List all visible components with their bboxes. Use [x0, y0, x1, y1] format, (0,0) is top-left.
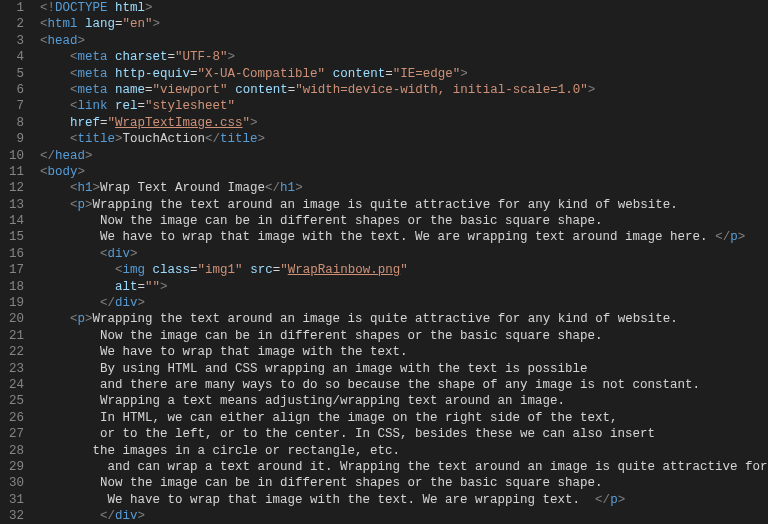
token: >: [460, 67, 468, 81]
code-line[interactable]: and can wrap a text around it. Wrapping …: [40, 459, 768, 475]
token: =: [100, 116, 108, 130]
token: >: [130, 247, 138, 261]
line-number: 16: [0, 246, 24, 262]
token: head: [48, 34, 78, 48]
token: </: [40, 149, 55, 163]
code-line[interactable]: Now the image can be in different shapes…: [40, 213, 768, 229]
code-line[interactable]: alt="">: [40, 279, 768, 295]
token: meta: [78, 67, 108, 81]
token: [243, 263, 251, 277]
token: head: [55, 149, 85, 163]
token: content: [235, 83, 288, 97]
token: <: [70, 99, 78, 113]
token: >: [138, 509, 146, 523]
token: Now the image can be in different shapes…: [100, 329, 603, 343]
code-line[interactable]: </div>: [40, 295, 768, 311]
token: WrapTextImage.css: [115, 116, 243, 130]
token: img: [123, 263, 146, 277]
token: In HTML, we can either align the image o…: [100, 411, 618, 425]
code-line[interactable]: We have to wrap that image with the text…: [40, 492, 768, 508]
code-line[interactable]: By using HTML and CSS wrapping an image …: [40, 361, 768, 377]
code-line[interactable]: <title>TouchAction</title>: [40, 131, 768, 147]
token: We have to wrap that image with the text…: [100, 345, 408, 359]
code-line[interactable]: <div>: [40, 246, 768, 262]
token: "UTF-8": [175, 50, 228, 64]
code-line[interactable]: <head>: [40, 33, 768, 49]
code-line[interactable]: Now the image can be in different shapes…: [40, 475, 768, 491]
code-line[interactable]: </div>: [40, 508, 768, 524]
token: >: [78, 34, 86, 48]
token: alt: [115, 280, 138, 294]
token: =: [190, 67, 198, 81]
code-line[interactable]: the images in a circle or rectangle, etc…: [40, 443, 768, 459]
code-line[interactable]: href="WrapTextImage.css">: [40, 115, 768, 131]
token: >: [115, 132, 123, 146]
line-number: 29: [0, 459, 24, 475]
line-number: 27: [0, 426, 24, 442]
code-line[interactable]: Now the image can be in different shapes…: [40, 328, 768, 344]
token: Wrapping the text around an image is qui…: [93, 312, 678, 326]
token: <: [40, 165, 48, 179]
token: =: [138, 99, 146, 113]
token: charset: [115, 50, 168, 64]
token: [108, 50, 116, 64]
line-number: 31: [0, 492, 24, 508]
token: =: [190, 263, 198, 277]
token: <: [40, 17, 48, 31]
code-line[interactable]: <html lang="en">: [40, 16, 768, 32]
token: rel: [115, 99, 138, 113]
token: div: [115, 509, 138, 523]
token: [108, 1, 116, 15]
code-line[interactable]: <meta charset="UTF-8">: [40, 49, 768, 65]
code-area[interactable]: <!DOCTYPE html><html lang="en"><head> <m…: [38, 0, 768, 524]
token: >: [588, 83, 596, 97]
code-editor[interactable]: 1234567891011121314151617181920212223242…: [0, 0, 768, 524]
line-number: 15: [0, 229, 24, 245]
token: content: [333, 67, 386, 81]
code-line[interactable]: <meta http-equiv="X-UA-Compatible" conte…: [40, 66, 768, 82]
token: [108, 67, 116, 81]
token: p: [610, 493, 618, 507]
token: meta: [78, 83, 108, 97]
token: body: [48, 165, 78, 179]
line-number: 28: [0, 443, 24, 459]
line-number: 5: [0, 66, 24, 82]
code-line[interactable]: In HTML, we can either align the image o…: [40, 410, 768, 426]
token: >: [228, 50, 236, 64]
token: =: [168, 50, 176, 64]
token: <: [70, 132, 78, 146]
line-number: 10: [0, 148, 24, 164]
code-line[interactable]: We have to wrap that image with the text…: [40, 344, 768, 360]
line-number: 26: [0, 410, 24, 426]
token: =: [115, 17, 123, 31]
token: [228, 83, 236, 97]
token: </: [100, 509, 115, 523]
line-number: 17: [0, 262, 24, 278]
code-line[interactable]: <body>: [40, 164, 768, 180]
code-line[interactable]: <meta name="viewport" content="width=dev…: [40, 82, 768, 98]
token: >: [85, 312, 93, 326]
code-line[interactable]: Wrapping a text means adjusting/wrapping…: [40, 393, 768, 409]
code-line[interactable]: </head>: [40, 148, 768, 164]
code-line[interactable]: <p>Wrapping the text around an image is …: [40, 197, 768, 213]
code-line[interactable]: <link rel="stylesheet": [40, 98, 768, 114]
token: >: [250, 116, 258, 130]
token: [108, 99, 116, 113]
code-line[interactable]: <p>Wrapping the text around an image is …: [40, 311, 768, 327]
code-line[interactable]: <img class="img1" src="WrapRainbow.png": [40, 262, 768, 278]
code-line[interactable]: We have to wrap that image with the text…: [40, 229, 768, 245]
token: >: [85, 198, 93, 212]
line-number: 18: [0, 279, 24, 295]
token: >: [738, 230, 746, 244]
token: h1: [280, 181, 295, 195]
code-line[interactable]: or to the left, or to the center. In CSS…: [40, 426, 768, 442]
token: title: [78, 132, 116, 146]
token: >: [85, 149, 93, 163]
token: lang: [85, 17, 115, 31]
token: Wrapping the text around an image is qui…: [93, 198, 678, 212]
token: DOCTYPE: [55, 1, 108, 15]
token: h1: [78, 181, 93, 195]
code-line[interactable]: <h1>Wrap Text Around Image</h1>: [40, 180, 768, 196]
code-line[interactable]: and there are many ways to do so because…: [40, 377, 768, 393]
code-line[interactable]: <!DOCTYPE html>: [40, 0, 768, 16]
